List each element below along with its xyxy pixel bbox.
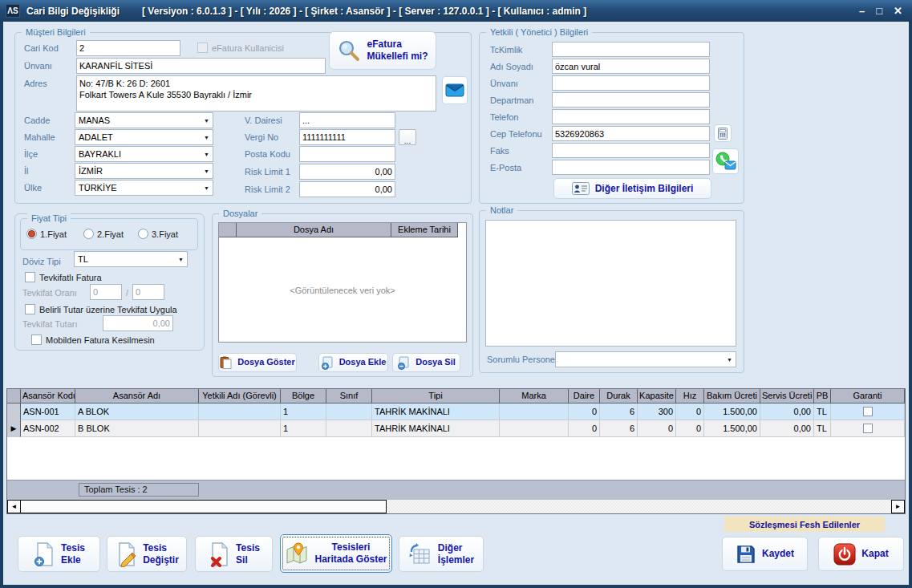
unvani-input[interactable] [76,58,326,74]
row-selector-cell-current[interactable]: ▶ [7,420,21,437]
grid-cell[interactable]: 0,00 [760,403,814,420]
close-icon[interactable]: ✕ [894,5,902,17]
efatura-kullanicisi-checkbox[interactable] [197,43,208,53]
tevkifat-orani-input-2[interactable] [132,284,164,300]
tesisleri-haritada-goster-button[interactable]: Tesisleri Haritada Göster [280,534,392,573]
grid-cell[interactable]: TAHRİK MAKİNALI [372,403,500,420]
efatura-mukellefi-button[interactable]: eFatura Mükellefi mi? [329,31,436,70]
diger-islemler-button[interactable]: Diğer İşlemler [399,536,484,572]
horizontal-scrollbar[interactable]: ◄ ► [7,499,905,513]
ulke-dropdown[interactable]: TÜRKİYE ▼ [75,180,213,196]
grid-cell[interactable]: 0 [676,403,704,420]
kaydet-button[interactable]: Kaydet [722,537,808,571]
titlebar[interactable]: ΛS Cari Bilgi Değişikliği [ Versiyon : 6… [0,0,912,22]
grid-cell[interactable] [199,420,281,437]
il-dropdown[interactable]: İZMİR ▼ [75,163,213,179]
minimize-icon[interactable]: – [859,5,865,17]
scroll-right-icon[interactable]: ► [891,500,905,513]
tesis-degistir-button[interactable]: Tesis Değiştir [107,536,187,572]
mobilden-fatura-checkbox[interactable] [31,335,42,345]
grid-cell[interactable]: 1 [281,420,326,437]
vergi-no-browse-button[interactable]: ... [399,129,416,145]
cari-kod-input[interactable] [76,40,180,56]
kapat-button[interactable]: Kapat [818,537,904,571]
yetkili-unvani-input[interactable] [552,75,710,91]
dosya-sil-button[interactable]: Dosya Sil [392,353,460,372]
dosyalar-col-dosya-adi[interactable]: Dosya Adı [237,223,391,237]
grid-cell-garanti[interactable] [831,403,905,420]
grid-col-kapasite[interactable]: Kapasite [638,389,676,403]
send-mail-button[interactable] [442,76,468,104]
risk-limit-1-input[interactable] [299,164,395,180]
grid-cell[interactable] [199,403,281,420]
scrollbar-thumb[interactable] [21,500,387,513]
grid-cell[interactable]: 1.500,00 [704,420,760,437]
doviz-tipi-dropdown[interactable]: TL ▼ [74,251,188,267]
ilce-dropdown[interactable]: BAYRAKLI ▼ [75,146,213,162]
dosyalar-table[interactable]: Dosya Adı Ekleme Tarihi <Görüntülenecek … [218,222,467,343]
grid-col-pb[interactable]: PB [814,389,831,403]
posta-kodu-input[interactable] [299,146,395,162]
row-selector-cell[interactable] [7,403,21,420]
dosya-goster-button[interactable]: Dosya Göster [218,353,297,372]
departman-input[interactable] [552,92,710,107]
scroll-left-icon[interactable]: ◄ [7,500,21,513]
diger-iletisim-button[interactable]: Diğer İletişim Bilgileri [553,178,711,199]
grid-cell[interactable] [326,403,372,420]
fiyat1-radio[interactable] [26,229,37,239]
grid-cell[interactable]: 0 [569,420,600,437]
tesis-sil-button[interactable]: Tesis Sil [195,536,273,572]
grid-cell[interactable] [500,420,569,437]
grid-cell[interactable]: 6 [600,403,638,420]
eposta-input[interactable] [552,160,710,175]
grid-cell[interactable]: A BLOK [75,403,199,420]
garanti-checkbox[interactable] [863,407,873,416]
grid-col-bolge[interactable]: Bölge [281,389,326,403]
adres-textarea[interactable]: No: 47/B K: 26 D: 2601 Folkart Towers A … [76,75,436,112]
grid-cell[interactable]: 1 [281,403,326,420]
risk-limit-2-input[interactable] [299,181,395,197]
grid-col-sinif[interactable]: Sınıf [326,389,372,403]
belirli-tutar-checkbox[interactable] [25,304,35,314]
grid-col-garanti[interactable]: Garanti [831,389,905,403]
grid-cell[interactable]: 0 [569,403,600,420]
grid-col-asansor-adi[interactable]: Asansör Adı [75,389,199,403]
grid-cell[interactable]: 300 [638,403,676,420]
grid-cell[interactable] [500,403,569,420]
grid-cell[interactable]: 0,00 [760,420,814,437]
vergi-no-input[interactable] [299,129,395,145]
notlar-textarea[interactable] [485,220,736,347]
grid-cell[interactable]: 6 [600,420,638,437]
grid-cell[interactable]: TL [814,420,831,437]
tevkifat-tutari-input[interactable] [103,315,173,331]
tesis-ekle-button[interactable]: Tesis Ekle [18,536,100,572]
grid-cell[interactable]: ASN-001 [21,403,75,420]
cadde-dropdown[interactable]: MANAS ▼ [75,112,213,128]
maximize-icon[interactable]: □ [876,5,882,17]
grid-cell-garanti[interactable] [831,420,905,437]
mahalle-dropdown[interactable]: ADALET ▼ [75,129,213,145]
faks-input[interactable] [552,143,710,158]
grid-col-bakim-ucreti[interactable]: Bakım Ücreti [704,389,760,403]
grid-col-hiz[interactable]: Hız [676,389,704,403]
grid-cell[interactable]: 1.500,00 [704,403,760,420]
fiyat3-radio[interactable] [138,229,148,239]
grid-col-servis-ucreti[interactable]: Servis Ücreti [760,389,814,403]
cep-telefonu-input[interactable] [552,126,710,141]
grid-cell[interactable]: TAHRİK MAKİNALI [372,420,500,437]
adi-soyadi-input[interactable] [552,59,710,74]
grid-col-daire[interactable]: Daire [569,389,600,403]
dosya-ekle-button[interactable]: Dosya Ekle [318,353,388,372]
tckimlik-input[interactable] [552,42,710,57]
telefon-input[interactable] [552,109,710,124]
grid-cell[interactable]: B BLOK [75,420,199,437]
grid-cell[interactable]: TL [814,403,831,420]
grid-col-durak[interactable]: Durak [600,389,638,403]
tevkifatli-fatura-checkbox[interactable] [25,272,35,282]
asansor-grid[interactable]: Asansör Kodu Asansör Adı Yetkili Adı (Gö… [6,388,906,514]
grid-col-tipi[interactable]: Tipi [372,389,500,403]
grid-cell[interactable]: 0 [676,420,704,437]
dial-phone-button[interactable] [714,124,732,142]
tevkifat-orani-input-1[interactable] [90,284,122,300]
grid-cell[interactable] [326,420,372,437]
